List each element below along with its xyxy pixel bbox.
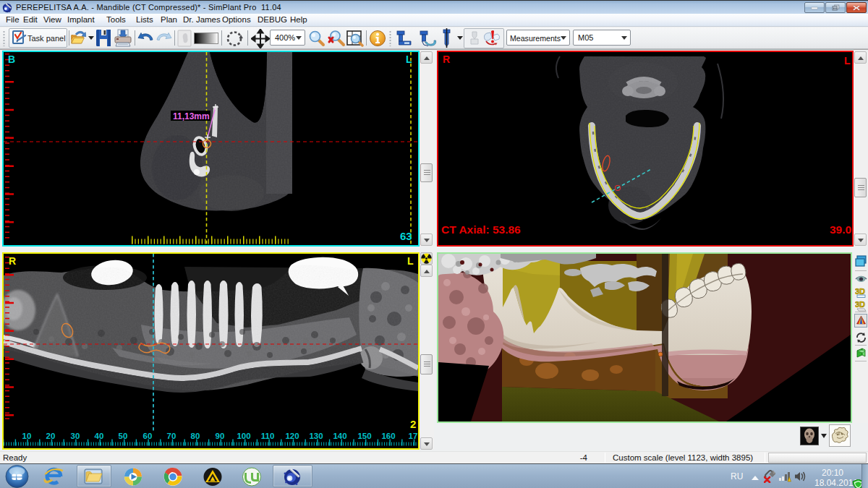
svg-text:CT Axial: 53.86: CT Axial: 53.86 — [441, 223, 521, 236]
svg-text:50: 50 — [119, 432, 128, 440]
svg-text:160: 160 — [381, 432, 395, 440]
svg-text:90: 90 — [216, 432, 225, 440]
svg-text:110: 110 — [261, 432, 275, 440]
svg-text:60: 60 — [143, 432, 153, 440]
svg-text:11,13mm: 11,13mm — [173, 111, 210, 121]
svg-text:3D: 3D — [855, 300, 865, 309]
svg-text:R: R — [9, 255, 16, 267]
svg-text:140: 140 — [333, 432, 346, 440]
svg-text:L: L — [407, 255, 414, 267]
svg-text:B: B — [8, 53, 15, 65]
svg-text:10: 10 — [22, 432, 32, 440]
svg-text:120: 120 — [285, 432, 299, 440]
svg-text:130: 130 — [309, 432, 323, 440]
svg-text:L: L — [844, 55, 851, 67]
svg-text:40: 40 — [95, 432, 104, 440]
svg-text:17: 17 — [409, 432, 418, 440]
svg-text:2: 2 — [410, 418, 416, 430]
svg-text:150: 150 — [357, 432, 371, 440]
svg-text:100: 100 — [237, 432, 250, 440]
svg-text:R: R — [443, 53, 450, 65]
svg-text:63: 63 — [400, 230, 412, 242]
svg-text:70: 70 — [167, 432, 176, 440]
svg-text:3D: 3D — [855, 287, 865, 296]
svg-text:L: L — [406, 53, 412, 65]
svg-text:80: 80 — [191, 432, 200, 440]
svg-text:39.0: 39.0 — [830, 223, 851, 236]
svg-text:30: 30 — [71, 432, 80, 440]
svg-text:20: 20 — [46, 432, 56, 440]
